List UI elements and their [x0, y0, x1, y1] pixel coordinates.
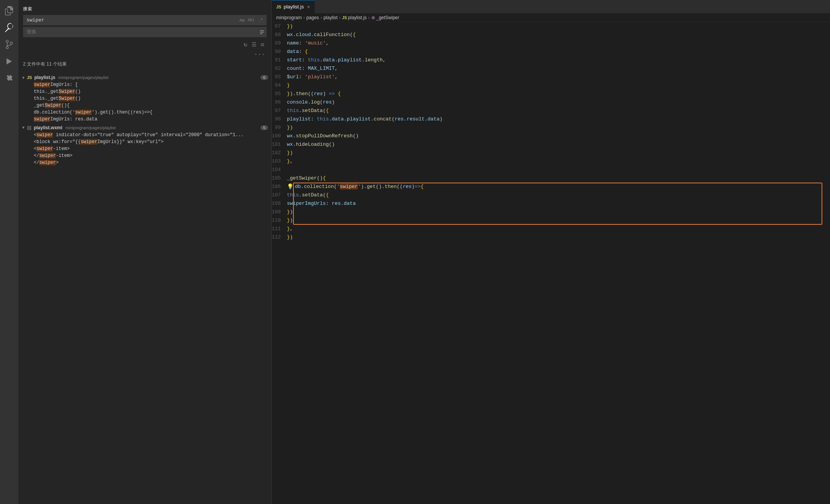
table-row: 107 this.setData({	[272, 191, 830, 199]
breadcrumb-playlist[interactable]: playlist	[323, 15, 338, 20]
table-row: 93 $url: 'playlist',	[272, 73, 830, 81]
table-row: 87 })	[272, 22, 830, 31]
breadcrumb-pages[interactable]: pages	[306, 15, 319, 20]
table-row: 94 }	[272, 81, 830, 90]
code-editor[interactable]: 87 }) 88 wx.cloud.callFunction({ 89 name…	[272, 22, 830, 504]
table-row: 100 wx.stopPullDownRefresh()	[272, 132, 830, 140]
table-row: 89 name: 'music',	[272, 39, 830, 48]
table-row: 96 console.log(res)	[272, 98, 830, 107]
table-row: 109 })	[272, 208, 830, 216]
replace-row	[23, 27, 267, 37]
table-row: 99 })	[272, 124, 830, 132]
explorer-icon[interactable]	[2, 3, 17, 18]
search-panel: 搜索 Aa Ab| .* ↻ ☰	[18, 0, 271, 74]
replace-action-btn[interactable]	[258, 28, 266, 36]
match-case-btn[interactable]: Aa	[238, 16, 246, 25]
tab-bar: JS playlist.js ×	[272, 0, 830, 13]
list-item[interactable]: </swiper>	[18, 159, 271, 166]
panel-title: 搜索	[23, 3, 267, 15]
js-tab-icon: JS	[276, 5, 281, 9]
list-item[interactable]: <block wx:for="{{swiperImgUrls}}" wx:key…	[18, 138, 271, 145]
editor-area: JS playlist.js × miniprogram › pages › p…	[272, 0, 830, 504]
table-row: 106 💡 db.collection('swiper').get().then…	[272, 183, 830, 191]
search-icons: Aa Ab| .*	[238, 16, 266, 25]
table-row: 88 wx.cloud.callFunction({	[272, 31, 830, 39]
breadcrumb-js-icon: JS	[342, 16, 347, 20]
table-row: 103 },	[272, 157, 830, 166]
chevron-down-icon: ▼	[21, 76, 25, 80]
more-actions-btn[interactable]: ⊡	[258, 40, 267, 49]
list-item[interactable]: this._getSwiper()	[18, 88, 271, 95]
file-path-label: miniprogram/pages/playlist	[66, 125, 116, 130]
table-row: 112 })	[272, 233, 830, 242]
warning-icon: 💡	[287, 183, 293, 191]
sidebar: 搜索 Aa Ab| .* ↻ ☰	[18, 0, 272, 504]
breadcrumb-get-swiper[interactable]: _getSwiper	[376, 15, 399, 20]
list-item[interactable]: <swiper indicator-dots="true" autoplay="…	[18, 132, 271, 138]
extensions-icon[interactable]	[2, 71, 17, 86]
list-item[interactable]: _getSwiper(){	[18, 102, 271, 109]
file-header-playlist-wxml[interactable]: ▼ ▤ playlist.wxml miniprogram/pages/play…	[18, 124, 271, 132]
table-row: 105 _getSwiper(){	[272, 174, 830, 183]
refresh-btn[interactable]: ↻	[241, 40, 250, 49]
table-row: 90 data: {	[272, 48, 830, 56]
breadcrumb-playlist-js[interactable]: playlist.js	[348, 15, 367, 20]
wxml-file-icon: ▤	[27, 125, 31, 130]
collapse-btn[interactable]: ☰	[250, 40, 258, 49]
file-group-playlist-wxml: ▼ ▤ playlist.wxml miniprogram/pages/play…	[18, 124, 271, 166]
chevron-down-icon: ▼	[21, 125, 25, 130]
list-item[interactable]: <swiper-item>	[18, 145, 271, 152]
breadcrumb-symbol-icon: ⊕	[371, 15, 375, 20]
table-row: 101 wx.hideLoading()	[272, 140, 830, 149]
table-row: 97 this.setData({	[272, 107, 830, 115]
table-row: 98 playlist: this.data.playlist.concat(r…	[272, 115, 830, 124]
match-count-badge: 5	[260, 125, 268, 130]
search-input-row: Aa Ab| .*	[23, 15, 267, 25]
js-file-icon: JS	[27, 75, 32, 80]
more-options-btn[interactable]: ···	[252, 51, 267, 58]
list-item[interactable]: swiperImgUrls: [	[18, 81, 271, 88]
table-row: 108 swiperImgUrls: res.data	[272, 199, 830, 208]
run-icon[interactable]	[2, 54, 17, 69]
list-item[interactable]: this._getSwiper()	[18, 95, 271, 102]
replace-input[interactable]	[23, 27, 258, 37]
table-row: 111 },	[272, 225, 830, 233]
table-row: 102 })	[272, 149, 830, 157]
table-row: 104	[272, 166, 830, 174]
file-group-playlist-js: ▼ JS playlist.js miniprogram/pages/playl…	[18, 74, 271, 123]
search-input[interactable]	[23, 15, 238, 25]
tab-filename: playlist.js	[283, 4, 304, 10]
list-item[interactable]: db.collection('swiper').get().then((res)…	[18, 109, 271, 116]
source-control-icon[interactable]	[2, 37, 17, 52]
file-path-label: miniprogram/pages/playlist	[58, 75, 109, 80]
breadcrumb: miniprogram › pages › playlist › JS play…	[272, 13, 830, 22]
list-item[interactable]: swiperImgUrls: res.data	[18, 116, 271, 123]
activity-bar	[0, 0, 18, 504]
tab-playlist-js[interactable]: JS playlist.js ×	[272, 0, 315, 13]
results-container: ▼ JS playlist.js miniprogram/pages/playl…	[18, 74, 271, 504]
breadcrumb-miniprogram[interactable]: miniprogram	[276, 15, 302, 20]
table-row: 91 start: this.data.playlist.length,	[272, 56, 830, 64]
table-row: 95 }).then((res) => {	[272, 90, 830, 98]
table-row: 92 count: MAX_LIMIT,	[272, 64, 830, 73]
search-icon[interactable]	[2, 20, 17, 35]
file-header-playlist-js[interactable]: ▼ JS playlist.js miniprogram/pages/playl…	[18, 74, 271, 81]
tab-close-btn[interactable]: ×	[307, 4, 310, 10]
use-regex-btn[interactable]: .*	[256, 16, 265, 25]
file-name-label: playlist.wxml	[34, 125, 63, 130]
match-word-btn[interactable]: Ab|	[247, 16, 255, 25]
file-name-label: playlist.js	[34, 75, 55, 80]
list-item[interactable]: </swiper-item>	[18, 152, 271, 159]
table-row: 110 })	[272, 216, 830, 225]
match-count-badge: 6	[260, 75, 268, 80]
results-count: 2 文件中有 11 个结果	[23, 59, 267, 71]
